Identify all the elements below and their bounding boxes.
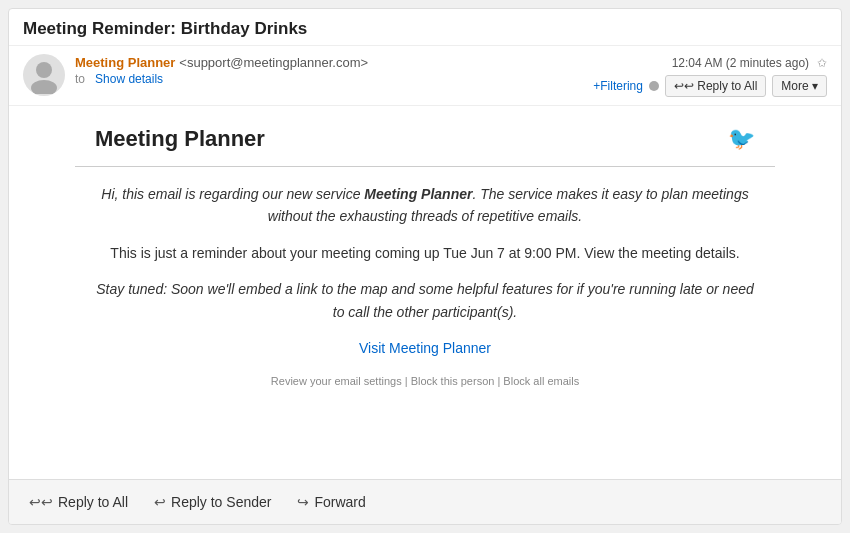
para3: Stay tuned: Soon we'll embed a link to t… [95, 278, 755, 323]
email-brand-name: Meeting Planner [95, 126, 265, 152]
status-dot [649, 81, 659, 91]
to-label: to [75, 72, 85, 86]
reply-all-icon: ↩↩ [29, 494, 53, 510]
to-line: to Show details [75, 72, 583, 86]
email-body: Meeting Planner 🐦 Hi, this email is rega… [9, 106, 841, 479]
reply-sender-footer-label: Reply to Sender [171, 494, 271, 510]
more-button[interactable]: More ▾ [772, 75, 827, 97]
email-container: Meeting Reminder: Birthday Drinks Meetin… [8, 8, 842, 525]
sender-info: Meeting Planner <support@meetingplanner.… [75, 54, 583, 86]
svg-point-0 [36, 62, 52, 78]
sender-email: <support@meetingplanner.com> [179, 55, 368, 70]
header-actions: +Filtering ↩↩ Reply to All More ▾ [593, 75, 827, 97]
para1-bold: Meeting Planner [364, 186, 472, 202]
reply-all-footer-button[interactable]: ↩↩ Reply to All [23, 490, 134, 514]
email-title: Meeting Reminder: Birthday Drinks [23, 19, 307, 38]
reply-sender-footer-button[interactable]: ↩ Reply to Sender [148, 490, 277, 514]
email-content: Hi, this email is regarding our new serv… [95, 183, 755, 391]
email-header: Meeting Planner <support@meetingplanner.… [9, 46, 841, 106]
visit-link[interactable]: Visit Meeting Planner [95, 337, 755, 359]
email-divider [75, 166, 775, 167]
twitter-icon: 🐦 [728, 126, 755, 152]
timestamp: 12:04 AM (2 minutes ago) [672, 56, 809, 70]
reply-all-footer-label: Reply to All [58, 494, 128, 510]
email-title-bar: Meeting Reminder: Birthday Drinks [9, 9, 841, 46]
timestamp-line: 12:04 AM (2 minutes ago) ✩ [672, 54, 827, 70]
forward-footer-label: Forward [314, 494, 365, 510]
sender-name: Meeting Planner [75, 55, 175, 70]
sender-name-line: Meeting Planner <support@meetingplanner.… [75, 54, 583, 70]
reply-sender-icon: ↩ [154, 494, 166, 510]
filtering-label[interactable]: +Filtering [593, 79, 643, 93]
reply-all-button[interactable]: ↩↩ Reply to All [665, 75, 766, 97]
avatar [23, 54, 65, 96]
footer-bar: ↩↩ Reply to All ↩ Reply to Sender ↪ Forw… [9, 479, 841, 524]
email-logo-area: Meeting Planner 🐦 [75, 116, 775, 162]
para1: Hi, this email is regarding our new serv… [95, 183, 755, 228]
star-icon[interactable]: ✩ [817, 56, 827, 70]
forward-icon: ↪ [297, 494, 309, 510]
footer-links-text: Review your email settings | Block this … [271, 375, 579, 387]
forward-footer-button[interactable]: ↪ Forward [291, 490, 371, 514]
para2: This is just a reminder about your meeti… [95, 242, 755, 264]
svg-point-1 [31, 80, 57, 94]
show-details-link[interactable]: Show details [95, 72, 163, 86]
header-right: 12:04 AM (2 minutes ago) ✩ +Filtering ↩↩… [593, 54, 827, 97]
email-footer-links: Review your email settings | Block this … [95, 373, 755, 391]
